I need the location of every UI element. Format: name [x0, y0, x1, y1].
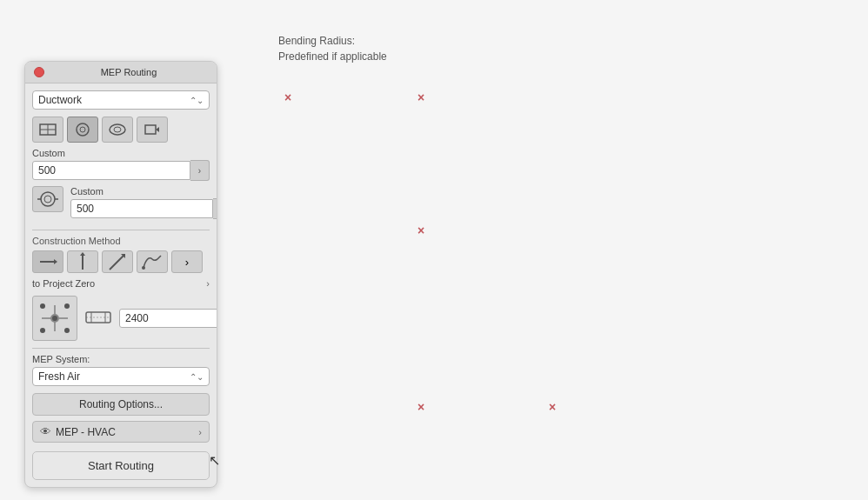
eye-icon: 👁: [40, 425, 51, 438]
svg-rect-7: [145, 125, 156, 134]
cross-marker-4: ×: [549, 401, 556, 413]
input-arrow-btn-2[interactable]: ›: [213, 198, 217, 219]
svg-point-6: [114, 127, 121, 132]
method-icons-row: ›: [32, 250, 210, 273]
panel-title: MEP Routing: [50, 67, 208, 77]
custom-label-1: Custom: [32, 148, 210, 158]
construction-method-label: Construction Method: [32, 236, 210, 246]
fresh-air-label: Fresh Air: [38, 370, 80, 383]
tooltip: Bending Radius: Predefined if applicable: [278, 33, 387, 64]
input-arrow-btn-1[interactable]: ›: [190, 160, 210, 181]
oval-shape-btn[interactable]: [102, 117, 133, 143]
node-row: [32, 296, 210, 341]
value-input-1[interactable]: [32, 161, 190, 180]
rect-shape-btn[interactable]: [32, 117, 63, 143]
project-zero-label: to Project Zero: [32, 278, 95, 289]
node-widget[interactable]: [32, 296, 77, 341]
extra-shape-btn[interactable]: [137, 117, 168, 143]
method-expand-btn[interactable]: ›: [171, 250, 203, 273]
ductwork-dropdown-row: Ductwork ⌃⌄: [32, 90, 210, 110]
cross-marker-1: ×: [417, 91, 424, 103]
node-value-input[interactable]: [119, 309, 217, 328]
icon-inputs: Custom ›: [70, 186, 217, 224]
shape-icons-row: [32, 117, 210, 143]
svg-point-4: [80, 127, 85, 132]
mep-hvac-label: MEP - HVAC: [56, 426, 116, 438]
svg-marker-16: [80, 252, 85, 256]
cross-marker-3: ×: [417, 401, 424, 413]
mep-routing-panel: MEP Routing Ductwork ⌃⌄: [24, 61, 217, 488]
ductwork-label: Ductwork: [38, 94, 82, 106]
cross-marker-2: ×: [417, 224, 424, 237]
circle-shape-btn[interactable]: [67, 117, 98, 143]
mep-hvac-row[interactable]: 👁 MEP - HVAC ›: [32, 421, 210, 443]
tooltip-line2: Predefined if applicable: [278, 49, 387, 64]
svg-point-3: [77, 123, 89, 136]
single-icon-row: Custom ›: [32, 186, 210, 224]
dropdown-arrow-icon: ⌃⌄: [190, 96, 204, 105]
fresh-air-dropdown-row: Fresh Air ⌃⌄: [32, 367, 210, 386]
method-diagonal-btn[interactable]: [102, 250, 133, 273]
start-routing-button[interactable]: Start Routing: [32, 451, 210, 480]
mep-hvac-arrow-icon: ›: [198, 427, 202, 437]
method-vertical-btn[interactable]: [67, 250, 98, 273]
tooltip-line1: Bending Radius:: [278, 33, 387, 49]
divider-1: [32, 230, 210, 230]
divider-2: [32, 348, 210, 349]
custom-section-1: Custom ›: [32, 148, 210, 181]
method-horizontal-btn[interactable]: [32, 250, 63, 273]
cross-marker-0: ×: [284, 91, 291, 103]
svg-line-17: [110, 256, 124, 270]
project-zero-arrow-icon: ›: [206, 278, 210, 289]
mep-system-label: MEP System:: [32, 354, 210, 364]
fresh-air-dropdown[interactable]: Fresh Air ⌃⌄: [32, 367, 210, 386]
mep-row-left: 👁 MEP - HVAC: [40, 425, 116, 438]
method-freeform-btn[interactable]: [137, 250, 168, 273]
svg-point-19: [142, 266, 145, 270]
fresh-air-arrow-icon: ⌃⌄: [190, 372, 204, 382]
custom-label-2: Custom: [70, 186, 217, 197]
svg-point-10: [44, 196, 51, 203]
svg-marker-14: [54, 259, 57, 264]
ductwork-dropdown[interactable]: Ductwork ⌃⌄: [32, 90, 210, 110]
svg-point-9: [41, 192, 55, 206]
panel-body: Ductwork ⌃⌄: [25, 83, 217, 487]
routing-options-button[interactable]: Routing Options...: [32, 393, 210, 416]
input-row-2: ›: [70, 198, 217, 219]
pipe-icon: [84, 305, 112, 332]
title-bar: MEP Routing: [25, 62, 217, 83]
svg-point-5: [110, 124, 125, 135]
close-button[interactable]: [34, 67, 44, 77]
project-zero-row[interactable]: to Project Zero ›: [32, 278, 210, 289]
input-row-1: ›: [32, 160, 210, 181]
value-input-2[interactable]: [70, 199, 213, 218]
duct-side-icon[interactable]: [32, 186, 63, 212]
